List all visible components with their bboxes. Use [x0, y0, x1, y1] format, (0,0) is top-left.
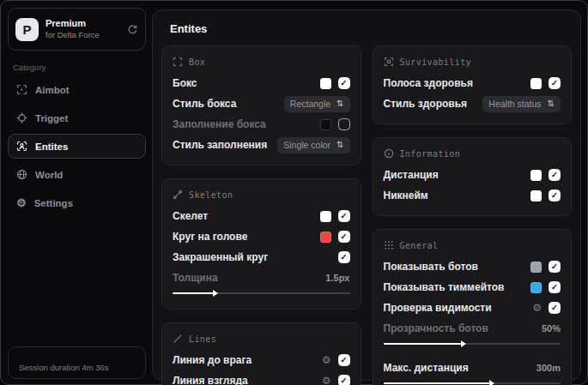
color-swatch[interactable]: [320, 232, 331, 243]
setting-label: Толщина: [173, 272, 218, 284]
survivability-card: Survivability Полоса здоровья Стиль здор…: [373, 45, 573, 124]
setting-label: Закрашенный круг: [173, 251, 268, 263]
checkbox[interactable]: [549, 77, 561, 89]
color-swatch[interactable]: [320, 211, 331, 222]
select-value: Rectangle: [290, 99, 330, 109]
color-swatch[interactable]: [530, 170, 542, 181]
gear-icon[interactable]: ⚙: [322, 376, 331, 385]
setting-row-box-fill: Заполнение бокса: [173, 114, 350, 135]
gear-icon[interactable]: ⚙: [322, 355, 331, 365]
checkbox[interactable]: [338, 77, 350, 89]
sidebar-item-label: Aimbot: [35, 85, 70, 95]
chevron-updown-icon: ⇅: [548, 99, 555, 108]
setting-label: Бокс: [173, 77, 197, 89]
box-style-select[interactable]: Rectangle ⇅: [284, 96, 350, 112]
gear-icon[interactable]: ⚙: [532, 303, 542, 313]
sidebar-nav: Aimbot Trigget: [8, 77, 146, 215]
session-duration-card: Session duration 4m 36s: [8, 346, 146, 379]
box-card: Box Бокс Стиль бокса Rectangle ⇅: [161, 45, 361, 165]
setting-label: Прозрачность ботов: [384, 322, 488, 334]
slider-fill: [173, 292, 213, 294]
setting-label: Заполнение бокса: [173, 118, 266, 130]
slider-thumb[interactable]: [489, 380, 494, 385]
checkbox[interactable]: [338, 231, 350, 243]
thickness-slider[interactable]: [173, 289, 350, 298]
checkbox[interactable]: [549, 169, 561, 181]
sidebar-item-entites[interactable]: Entites: [8, 134, 146, 159]
sidebar-item-label: Trigget: [35, 113, 68, 123]
premium-subtitle: for Delta Force: [45, 30, 120, 40]
category-label: Category: [13, 63, 146, 72]
premium-card: P Premium for Delta Force: [8, 8, 146, 51]
section-title: General: [400, 241, 439, 250]
premium-logo: P: [15, 18, 39, 41]
session-duration-label: Session duration 4m 36s: [19, 363, 109, 372]
right-column: Survivability Полоса здоровья Стиль здор…: [373, 45, 573, 385]
setting-label: Стиль здоровья: [384, 98, 468, 110]
box-section-header: Box: [173, 57, 350, 67]
setting-row-enemy-line: Линия до врага ⚙: [173, 350, 350, 370]
setting-label: Линия до врага: [173, 354, 252, 366]
info-icon: [384, 148, 394, 159]
setting-label: Показывать ботов: [384, 261, 478, 273]
premium-title: Premium: [45, 18, 120, 30]
color-swatch[interactable]: [530, 190, 542, 202]
slider-thumb[interactable]: [461, 340, 466, 347]
sidebar-item-label: Settings: [34, 198, 73, 208]
checkbox[interactable]: [549, 281, 561, 293]
slider-thumb[interactable]: [213, 290, 218, 297]
checkbox[interactable]: [549, 261, 561, 273]
checkbox[interactable]: [549, 189, 561, 202]
select-value: Single color: [283, 140, 330, 150]
sidebar-item-settings[interactable]: ⚙ Settings: [8, 190, 146, 215]
checkbox[interactable]: [338, 210, 350, 222]
sidebar-item-trigget[interactable]: Trigget: [8, 105, 146, 130]
sidebar: P Premium for Delta Force Category: [8, 8, 146, 379]
gear-icon: ⚙: [16, 197, 27, 208]
crosshair-icon: [16, 112, 27, 123]
sidebar-item-label: World: [35, 170, 63, 180]
general-card: General Показывать ботов Показывать тимм…: [373, 229, 573, 385]
setting-row-head-circle: Круг на голове: [173, 226, 350, 247]
setting-row-health-bar: Полоса здоровья: [384, 73, 561, 93]
bone-icon: [173, 189, 183, 200]
app-window: P Premium for Delta Force Category: [0, 0, 588, 385]
health-style-select[interactable]: Health status ⇅: [482, 96, 561, 112]
skeleton-section-header: Skeleton: [173, 189, 350, 200]
checkbox[interactable]: [338, 251, 350, 263]
person-scan-icon: [16, 141, 27, 152]
setting-row-fill-style: Стиль заполнения Single color ⇅: [173, 135, 350, 155]
section-title: Box: [189, 57, 205, 67]
color-swatch[interactable]: [530, 262, 542, 273]
checkbox[interactable]: [549, 302, 561, 314]
setting-label: Проверка видимости: [384, 302, 492, 314]
chevron-updown-icon: ⇅: [336, 141, 343, 149]
color-swatch[interactable]: [320, 78, 331, 89]
setting-label: Стиль бокса: [173, 98, 236, 110]
sync-icon[interactable]: [127, 24, 138, 35]
setting-label: Никнейм: [384, 189, 428, 202]
sidebar-item-world[interactable]: World: [8, 162, 146, 187]
color-swatch[interactable]: [320, 119, 331, 130]
checkbox[interactable]: [338, 375, 350, 385]
box-brackets-icon: [173, 57, 183, 67]
setting-row-thickness: Толщина 1.5px: [173, 268, 350, 288]
sidebar-item-aimbot[interactable]: Aimbot: [8, 77, 146, 102]
setting-row-show-bots: Показывать ботов: [384, 256, 561, 277]
color-swatch[interactable]: [530, 282, 542, 293]
setting-label: Стиль заполнения: [173, 139, 267, 151]
setting-row-distance: Дистанция: [384, 165, 561, 185]
setting-label: Макс. дистанция: [384, 362, 469, 374]
sidebar-item-label: Entites: [35, 141, 68, 152]
section-title: Skeleton: [189, 190, 233, 200]
setting-label: Линия взгляда: [173, 375, 248, 385]
fill-style-select[interactable]: Single color ⇅: [277, 137, 349, 153]
main-panel: Entites Box Бокс: [152, 9, 581, 381]
setting-row-health-style: Стиль здоровья Health status ⇅: [384, 93, 561, 114]
color-swatch[interactable]: [530, 78, 542, 89]
max-distance-slider[interactable]: [384, 379, 561, 385]
checkbox[interactable]: [338, 118, 350, 130]
checkbox[interactable]: [338, 354, 350, 366]
grid-dots-icon: [384, 240, 394, 250]
bot-opacity-slider[interactable]: [384, 340, 561, 348]
